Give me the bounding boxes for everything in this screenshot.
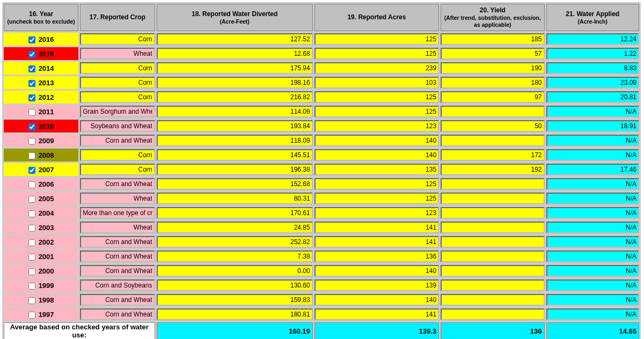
- acres-field[interactable]: [316, 281, 438, 290]
- include-year-checkbox[interactable]: [28, 138, 35, 145]
- acres-field[interactable]: [316, 49, 438, 58]
- include-year-checkbox[interactable]: [28, 65, 35, 72]
- crop-field[interactable]: [81, 78, 153, 87]
- water-diverted-field[interactable]: [158, 107, 312, 116]
- water-diverted-field[interactable]: [158, 309, 312, 319]
- acres-field[interactable]: [316, 179, 438, 189]
- acres-field[interactable]: [316, 63, 438, 73]
- include-year-checkbox[interactable]: [28, 283, 35, 290]
- crop-field[interactable]: [81, 295, 153, 305]
- water-diverted-field[interactable]: [158, 295, 312, 305]
- yield-field[interactable]: [442, 208, 543, 218]
- yield-field[interactable]: [442, 223, 543, 232]
- include-year-checkbox[interactable]: [28, 210, 35, 217]
- water-diverted-field[interactable]: [158, 223, 312, 232]
- acres-field[interactable]: [316, 266, 438, 276]
- crop-field[interactable]: [81, 121, 153, 131]
- yield-field[interactable]: [442, 107, 543, 116]
- water-diverted-field[interactable]: [158, 121, 312, 131]
- crop-field[interactable]: [81, 92, 153, 102]
- yield-field[interactable]: [442, 92, 543, 102]
- water-diverted-field[interactable]: [158, 92, 312, 102]
- yield-field[interactable]: [442, 295, 543, 305]
- include-year-checkbox[interactable]: [28, 196, 35, 203]
- crop-field[interactable]: [81, 179, 153, 189]
- acres-field[interactable]: [316, 92, 438, 102]
- crop-field[interactable]: [81, 150, 153, 160]
- yield-field[interactable]: [442, 179, 543, 189]
- water-diverted-field[interactable]: [158, 78, 312, 87]
- water-diverted-field[interactable]: [158, 165, 312, 174]
- yield-field[interactable]: [442, 49, 543, 58]
- water-diverted-field[interactable]: [158, 34, 312, 44]
- acres-field[interactable]: [316, 194, 438, 203]
- acres-field[interactable]: [316, 34, 438, 44]
- crop-field[interactable]: [81, 281, 153, 290]
- acres-field[interactable]: [316, 252, 438, 261]
- water-diverted-field[interactable]: [158, 179, 312, 189]
- water-diverted-field[interactable]: [158, 252, 312, 261]
- water-diverted-field[interactable]: [158, 266, 312, 276]
- yield-field[interactable]: [442, 136, 543, 145]
- crop-field[interactable]: [81, 107, 153, 116]
- include-year-checkbox[interactable]: [28, 225, 35, 232]
- acres-field[interactable]: [316, 78, 438, 87]
- acres-field[interactable]: [316, 121, 438, 131]
- include-year-checkbox[interactable]: [28, 94, 35, 101]
- include-year-checkbox[interactable]: [28, 36, 35, 43]
- acres-field[interactable]: [316, 309, 438, 319]
- acres-field[interactable]: [316, 136, 438, 145]
- include-year-checkbox[interactable]: [28, 181, 35, 188]
- yield-field[interactable]: [442, 121, 543, 131]
- crop-field[interactable]: [81, 165, 153, 174]
- yield-field[interactable]: [442, 237, 543, 247]
- include-year-checkbox[interactable]: [28, 254, 35, 261]
- include-year-checkbox[interactable]: [28, 297, 35, 304]
- crop-field[interactable]: [81, 136, 153, 145]
- include-year-checkbox[interactable]: [28, 167, 35, 174]
- water-diverted-field[interactable]: [158, 63, 312, 73]
- include-year-checkbox[interactable]: [28, 109, 35, 116]
- yield-field[interactable]: [442, 266, 543, 276]
- water-diverted-field[interactable]: [158, 136, 312, 145]
- yield-field[interactable]: [442, 78, 543, 87]
- yield-field[interactable]: [442, 252, 543, 261]
- acres-field[interactable]: [316, 208, 438, 218]
- acres-field[interactable]: [316, 150, 438, 160]
- yield-field[interactable]: [442, 194, 543, 203]
- acres-field[interactable]: [316, 107, 438, 116]
- yield-field[interactable]: [442, 309, 543, 319]
- include-year-checkbox[interactable]: [28, 239, 35, 246]
- acres-field[interactable]: [316, 295, 438, 305]
- crop-field[interactable]: [81, 252, 153, 261]
- water-diverted-field[interactable]: [158, 237, 312, 247]
- include-year-checkbox[interactable]: [28, 312, 35, 319]
- yield-field[interactable]: [442, 63, 543, 73]
- acres-field[interactable]: [316, 165, 438, 174]
- yield-field[interactable]: [442, 165, 543, 174]
- include-year-checkbox[interactable]: [28, 51, 35, 58]
- crop-field[interactable]: [81, 223, 153, 232]
- crop-field[interactable]: [81, 49, 153, 58]
- water-diverted-field[interactable]: [158, 208, 312, 218]
- water-diverted-field[interactable]: [158, 49, 312, 58]
- crop-field[interactable]: [81, 34, 153, 44]
- yield-field[interactable]: [442, 281, 543, 290]
- yield-field[interactable]: [442, 150, 543, 160]
- yield-field[interactable]: [442, 34, 543, 44]
- crop-field[interactable]: [81, 63, 153, 73]
- acres-field[interactable]: [316, 237, 438, 247]
- water-diverted-field[interactable]: [158, 194, 312, 203]
- acres-field[interactable]: [316, 223, 438, 232]
- include-year-checkbox[interactable]: [28, 152, 35, 159]
- include-year-checkbox[interactable]: [28, 123, 35, 130]
- include-year-checkbox[interactable]: [28, 268, 35, 275]
- crop-field[interactable]: [81, 194, 153, 203]
- crop-field[interactable]: [81, 309, 153, 319]
- crop-field[interactable]: [81, 237, 153, 247]
- include-year-checkbox[interactable]: [28, 80, 35, 87]
- crop-field[interactable]: [81, 208, 153, 218]
- crop-field[interactable]: [81, 266, 153, 276]
- water-diverted-field[interactable]: [158, 281, 312, 290]
- water-diverted-field[interactable]: [158, 150, 312, 160]
